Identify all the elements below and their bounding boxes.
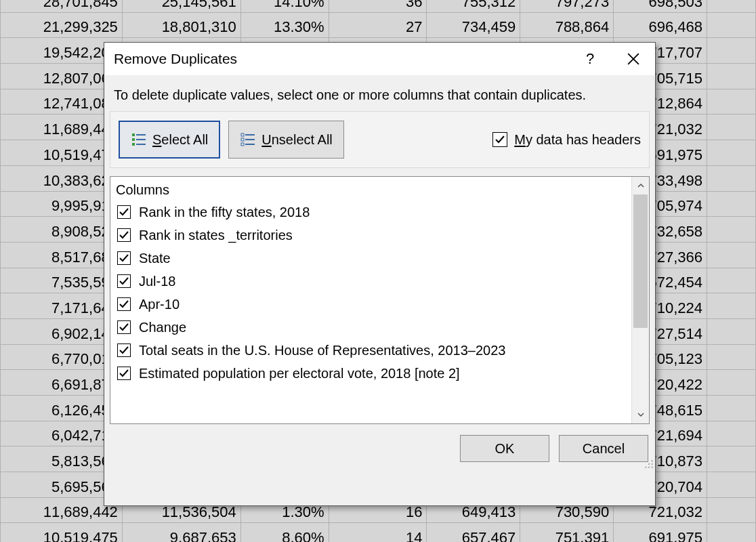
cell[interactable]: 21,299,325 (1, 12, 123, 38)
cell[interactable] (707, 472, 756, 498)
table-row[interactable]: 21,299,32518,801,31013.30%27734,459788,8… (1, 12, 756, 38)
scroll-track[interactable] (632, 194, 649, 406)
cell[interactable]: 13.30% (240, 12, 329, 38)
svg-rect-0 (132, 133, 135, 136)
help-button[interactable]: ? (568, 43, 612, 75)
check-icon (119, 368, 129, 379)
cell[interactable]: 9,687,653 (122, 523, 240, 542)
cell[interactable] (707, 446, 756, 472)
cell[interactable] (707, 523, 756, 542)
check-icon (119, 299, 129, 310)
cell[interactable]: 755,312 (427, 0, 520, 12)
svg-rect-7 (241, 138, 244, 141)
remove-duplicates-dialog: Remove Duplicates ? To delete duplicate … (104, 42, 656, 506)
column-checkbox[interactable] (117, 274, 131, 288)
cell[interactable] (707, 38, 756, 64)
svg-rect-3 (136, 134, 146, 136)
cell[interactable]: 28,701,845 (1, 0, 123, 12)
cell[interactable]: 8.60% (240, 523, 329, 542)
table-row[interactable]: 10,519,4759,687,6538.60%14657,467751,391… (1, 523, 756, 542)
column-checkbox[interactable] (117, 320, 131, 334)
column-checkbox[interactable] (117, 228, 131, 242)
cell[interactable] (707, 396, 756, 421)
cell[interactable]: 18,801,310 (122, 12, 240, 38)
column-checkbox[interactable] (117, 343, 131, 357)
cell[interactable]: 788,864 (520, 12, 614, 38)
resize-grip-icon[interactable] (644, 459, 654, 469)
dialog-titlebar: Remove Duplicates ? (104, 43, 655, 75)
column-item[interactable]: Rank in states _territories (114, 224, 631, 247)
cell[interactable]: 691,975 (614, 523, 707, 542)
cell[interactable] (707, 268, 756, 293)
svg-rect-2 (132, 143, 135, 146)
cell[interactable]: 751,391 (520, 523, 614, 542)
dialog-toolbar: Select All Unselect All My data has head… (110, 111, 650, 168)
dialog-button-row: OK Cancel (104, 424, 655, 470)
table-row[interactable]: 28,701,84525,145,56114.10%36755,312797,2… (1, 0, 756, 12)
cell[interactable]: 696,468 (614, 12, 707, 38)
unselect-all-icon (240, 131, 256, 148)
scroll-thumb[interactable] (633, 194, 648, 328)
cell[interactable]: 734,459 (427, 12, 520, 38)
check-icon (119, 322, 129, 333)
cell[interactable] (707, 293, 756, 319)
check-icon (119, 253, 129, 264)
cell[interactable] (707, 497, 756, 523)
svg-rect-6 (241, 133, 244, 136)
svg-point-14 (652, 463, 653, 465)
cell[interactable]: 14 (329, 523, 427, 542)
close-button[interactable] (612, 43, 655, 75)
headers-checkbox-row[interactable]: My data has headers (492, 132, 641, 148)
check-icon (119, 345, 129, 356)
cell[interactable]: 698,503 (614, 0, 707, 12)
cell[interactable]: 25,145,561 (122, 0, 240, 12)
columns-header: Columns (114, 180, 631, 201)
column-checkbox[interactable] (117, 297, 131, 311)
cell[interactable]: 14.10% (240, 0, 329, 12)
select-all-button[interactable]: Select All (119, 121, 220, 159)
cell[interactable] (707, 0, 756, 12)
cancel-button[interactable]: Cancel (559, 435, 648, 462)
column-checkbox[interactable] (117, 367, 131, 380)
chevron-down-icon (637, 411, 644, 418)
cell[interactable] (707, 12, 756, 38)
cell[interactable] (707, 64, 756, 89)
cell[interactable] (707, 114, 756, 140)
cell[interactable] (707, 165, 756, 191)
cell[interactable] (707, 318, 756, 344)
column-item[interactable]: Total seats in the U.S. House of Represe… (114, 339, 631, 362)
column-item[interactable]: Rank in the fifty states, 2018 (114, 201, 631, 224)
cell[interactable]: 36 (329, 0, 427, 12)
column-item[interactable]: State (114, 247, 631, 270)
svg-rect-11 (245, 144, 255, 145)
columns-scrollbar[interactable] (631, 177, 649, 423)
cell[interactable]: 797,273 (520, 0, 614, 12)
dialog-title: Remove Duplicates (114, 51, 568, 67)
unselect-all-button[interactable]: Unselect All (228, 121, 344, 159)
cell[interactable] (707, 217, 756, 243)
cell[interactable]: 27 (329, 12, 427, 38)
svg-point-15 (645, 467, 646, 468)
cell[interactable] (707, 242, 756, 268)
svg-point-16 (648, 467, 650, 468)
svg-point-17 (652, 467, 653, 468)
column-item[interactable]: Apr-10 (114, 293, 631, 316)
cell[interactable] (707, 344, 756, 370)
cell[interactable]: 657,467 (427, 523, 520, 542)
column-item[interactable]: Estimated population per electoral vote,… (114, 362, 631, 385)
headers-checkbox[interactable] (492, 132, 507, 147)
cell[interactable]: 10,519,475 (1, 523, 123, 542)
ok-button[interactable]: OK (460, 435, 549, 462)
cell[interactable] (707, 140, 756, 166)
column-checkbox[interactable] (117, 251, 131, 265)
scroll-down-button[interactable] (632, 406, 649, 423)
cell[interactable] (707, 421, 756, 446)
cell[interactable] (707, 370, 756, 396)
cell[interactable] (707, 191, 756, 217)
column-checkbox[interactable] (117, 205, 131, 219)
column-item[interactable]: Jul-18 (114, 270, 631, 293)
column-item[interactable]: Change (114, 316, 631, 339)
scroll-up-button[interactable] (632, 177, 649, 194)
cell[interactable] (707, 89, 756, 114)
check-icon (119, 230, 129, 241)
